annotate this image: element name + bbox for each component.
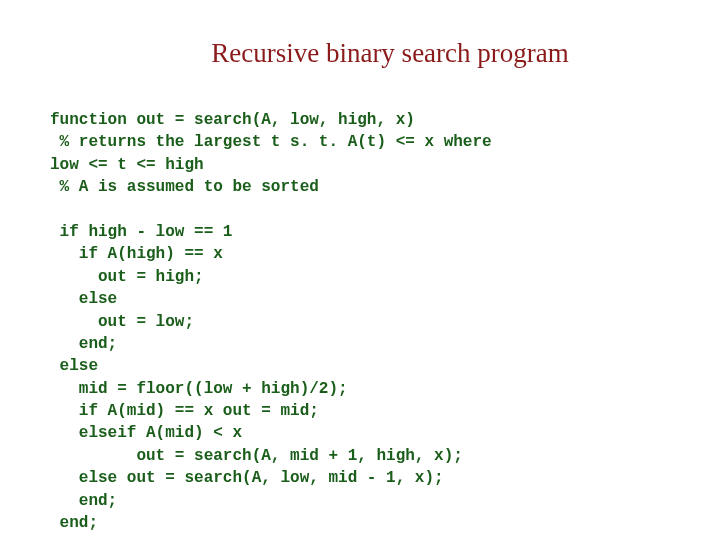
page-title: Recursive binary search program [40, 38, 680, 69]
code-listing: function out = search(A, low, high, x) %… [40, 109, 680, 534]
